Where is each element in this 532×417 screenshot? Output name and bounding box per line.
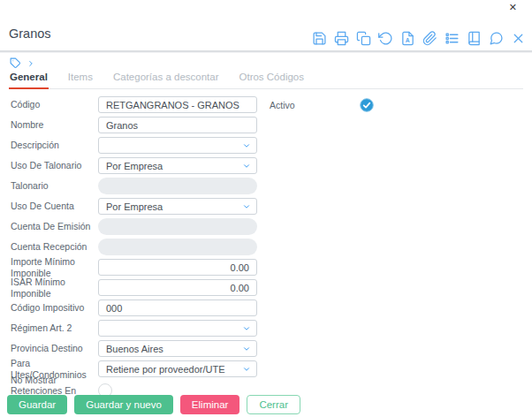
chevron-down-icon xyxy=(242,202,251,211)
attachment-icon[interactable] xyxy=(422,31,437,46)
field-value: Por Empresa xyxy=(99,201,163,212)
uso-de-talonario-select[interactable]: Por Empresa xyxy=(98,157,257,174)
document-a-icon[interactable]: A xyxy=(400,31,415,46)
save-icon[interactable] xyxy=(312,31,327,46)
tab-bar: General Items Categorías a descontar Otr… xyxy=(9,70,523,89)
isar-minimo-imponible-input[interactable]: 0.00 xyxy=(98,279,257,296)
field-label: ISAR Mínimo Imponible xyxy=(11,277,98,298)
field-label: Uso De Talonario xyxy=(11,160,98,171)
svg-text:A: A xyxy=(406,37,410,43)
field-value: Por Empresa xyxy=(99,161,163,171)
cerrar-button[interactable]: Cerrar xyxy=(247,395,300,414)
form-row: Uso De Cuenta Por Empresa xyxy=(11,198,257,215)
header-divider xyxy=(0,50,532,53)
form-row: Cuenta Recepción xyxy=(11,239,257,255)
window-close-icon[interactable]: ✕ xyxy=(509,2,517,12)
activo-field: Activo xyxy=(270,98,374,112)
form-row: Talonario xyxy=(11,178,257,194)
history-icon[interactable] xyxy=(378,31,393,46)
activo-checked-icon[interactable] xyxy=(360,98,374,112)
form-row: Código RETGANGRANOS - GRANOS xyxy=(11,96,257,113)
field-label: Uso De Cuenta xyxy=(11,201,98,211)
tab-otros-codigos[interactable]: Otros Códigos xyxy=(239,70,306,89)
chevron-down-icon xyxy=(242,365,251,374)
field-value: Granos xyxy=(99,120,138,131)
tag-icon[interactable] xyxy=(10,57,21,69)
tab-categorias-a-descontar[interactable]: Categorías a descontar xyxy=(112,70,220,89)
chevron-down-icon xyxy=(242,324,251,333)
tab-items[interactable]: Items xyxy=(67,70,94,89)
field-value: 000 xyxy=(99,303,122,314)
tab-general[interactable]: General xyxy=(9,70,49,89)
field-label: Activo xyxy=(270,100,360,110)
field-label: Código xyxy=(11,99,98,110)
action-buttons: Guardar Guardar y nuevo Eliminar Cerrar xyxy=(7,395,300,414)
field-value: Retiene por proveedor/UTE xyxy=(99,364,225,375)
field-label: Cuenta De Emisión xyxy=(11,221,98,231)
chevron-down-icon xyxy=(242,141,251,150)
descripcion-select[interactable] xyxy=(98,137,257,154)
field-value: 0.00 xyxy=(99,262,256,273)
field-label: Código Impositivo xyxy=(11,302,98,313)
chevron-right-icon xyxy=(27,59,35,68)
checklist-icon[interactable] xyxy=(445,31,460,46)
close-icon[interactable] xyxy=(511,31,526,46)
form-row: Uso De Talonario Por Empresa xyxy=(11,157,257,174)
form-row: Régimen Art. 2 xyxy=(11,320,257,337)
copy-icon[interactable] xyxy=(356,31,371,46)
field-label: Provincia Destino xyxy=(11,343,98,353)
importe-minimo-imponible-input[interactable]: 0.00 xyxy=(98,259,257,276)
form-row: Importe Mínimo Imponible 0.00 xyxy=(11,259,257,276)
form-row: Nombre Granos xyxy=(11,117,257,133)
form-row: Código Impositivo 000 xyxy=(11,299,257,316)
guardar-button[interactable]: Guardar xyxy=(7,395,67,414)
field-value: 0.00 xyxy=(99,283,256,293)
print-icon[interactable] xyxy=(334,31,349,46)
codigo-input[interactable]: RETGANGRANOS - GRANOS xyxy=(98,96,257,113)
field-label: Cuenta Recepción xyxy=(11,241,98,252)
journal-icon[interactable] xyxy=(467,31,482,46)
field-label: Descripción xyxy=(11,140,98,150)
dialog-granos: ✕ Granos A General Items Categorías a de… xyxy=(0,0,532,417)
field-label: Talonario xyxy=(11,180,98,191)
eliminar-button[interactable]: Eliminar xyxy=(180,395,240,414)
toolbar: A xyxy=(312,31,526,46)
field-value: Buenos Aires xyxy=(99,344,163,354)
field-label: Nombre xyxy=(11,119,98,130)
page-title: Granos xyxy=(9,27,51,41)
form-row: Provincia Destino Buenos Aires xyxy=(11,340,257,357)
cuenta-recepcion-input-disabled xyxy=(98,239,257,255)
comment-icon[interactable] xyxy=(489,31,504,46)
field-label: Régimen Art. 2 xyxy=(11,322,98,333)
chevron-down-icon xyxy=(242,345,251,353)
chevron-down-icon xyxy=(242,162,251,171)
field-value: RETGANGRANOS - GRANOS xyxy=(99,100,239,110)
form-row: Cuenta De Emisión xyxy=(11,218,257,235)
regimen-art-2-select[interactable] xyxy=(98,320,257,337)
breadcrumb xyxy=(10,57,35,69)
provincia-destino-select[interactable]: Buenos Aires xyxy=(98,340,257,357)
codigo-impositivo-input[interactable]: 000 xyxy=(98,299,257,316)
field-label: Importe Mínimo Imponible xyxy=(11,256,98,277)
cuenta-de-emision-input-disabled xyxy=(98,218,257,235)
para-utes-condominios-select[interactable]: Retiene por proveedor/UTE xyxy=(98,360,257,377)
form-row: Descripción xyxy=(11,137,257,154)
nombre-input[interactable]: Granos xyxy=(98,117,257,133)
guardar-y-nuevo-button[interactable]: Guardar y nuevo xyxy=(74,395,173,414)
talonario-input-disabled xyxy=(98,178,257,194)
general-form: Código RETGANGRANOS - GRANOS Nombre Gran… xyxy=(11,96,257,404)
form-row: ISAR Mínimo Imponible 0.00 xyxy=(11,279,257,296)
uso-de-cuenta-select[interactable]: Por Empresa xyxy=(98,198,257,215)
